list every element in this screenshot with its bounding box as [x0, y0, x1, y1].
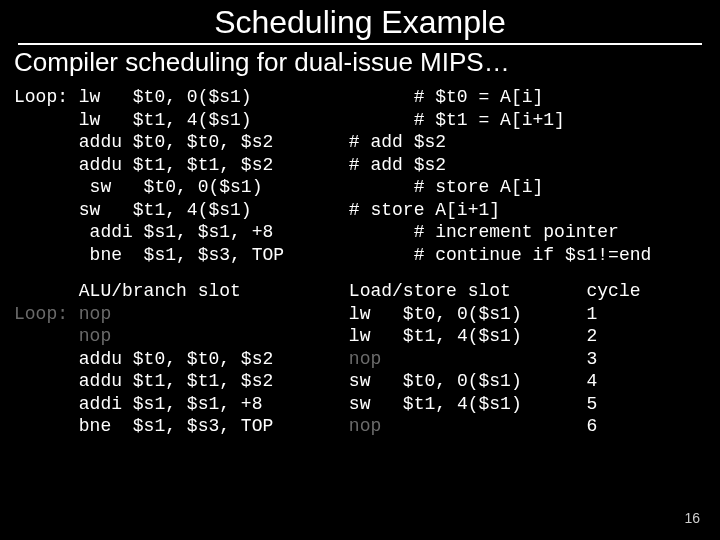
- scheduled-code-block: ALU/branch slot Load/store slot cycle Lo…: [0, 280, 720, 438]
- unscheduled-code-block: Loop: lw $t0, 0($s1) # $t0 = A[i] lw $t1…: [0, 86, 720, 266]
- slide-title: Scheduling Example: [0, 0, 720, 43]
- slide-subtitle: Compiler scheduling for dual-issue MIPS…: [0, 47, 720, 86]
- title-rule: [18, 43, 702, 45]
- page-number: 16: [684, 510, 700, 526]
